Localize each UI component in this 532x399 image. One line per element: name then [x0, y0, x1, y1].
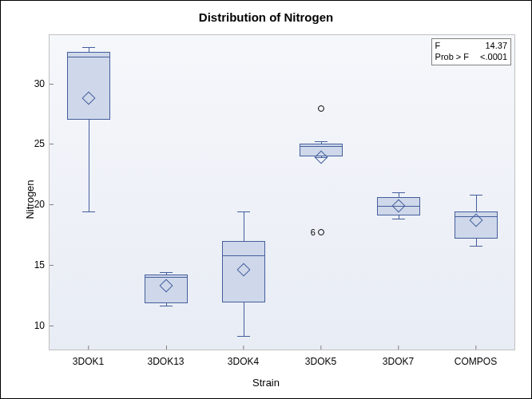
y-tick: 10 — [34, 320, 50, 331]
chart-frame: Distribution of Nitrogen Nitrogen Strain… — [0, 0, 532, 399]
x-tick: 3DOK7 — [383, 350, 414, 367]
boxplot-3DOK13 — [145, 35, 188, 350]
plot-area: F 14.37 Prob > F <.0001 10152025303DOK13… — [49, 34, 515, 350]
outlier-label: 6 — [311, 227, 316, 237]
median-line — [67, 57, 110, 57]
stat-f-label: F — [435, 41, 441, 52]
boxplot-3DOK1 — [67, 35, 110, 350]
outlier-icon — [318, 229, 324, 235]
x-tick: COMPOS — [455, 350, 497, 367]
x-tick: 3DOK5 — [305, 350, 336, 367]
chart-title: Distribution of Nitrogen — [1, 10, 531, 24]
y-tick: 20 — [34, 199, 50, 210]
outlier-icon — [318, 105, 324, 112]
boxplot-COMPOS — [455, 35, 498, 350]
x-tick: 3DOK1 — [73, 350, 104, 367]
x-tick: 3DOK13 — [147, 350, 184, 367]
box-rect — [67, 52, 110, 120]
boxplot-3DOK4 — [222, 35, 265, 350]
median-line — [145, 277, 188, 278]
boxplot-3DOK7 — [377, 35, 420, 350]
median-line — [222, 255, 265, 256]
x-axis-label: Strain — [1, 377, 531, 389]
y-tick: 25 — [34, 138, 50, 149]
median-line — [300, 146, 343, 147]
y-tick: 15 — [34, 259, 50, 271]
y-tick: 30 — [34, 78, 50, 89]
boxplot-3DOK5 — [300, 35, 343, 350]
x-tick: 3DOK4 — [228, 350, 259, 367]
